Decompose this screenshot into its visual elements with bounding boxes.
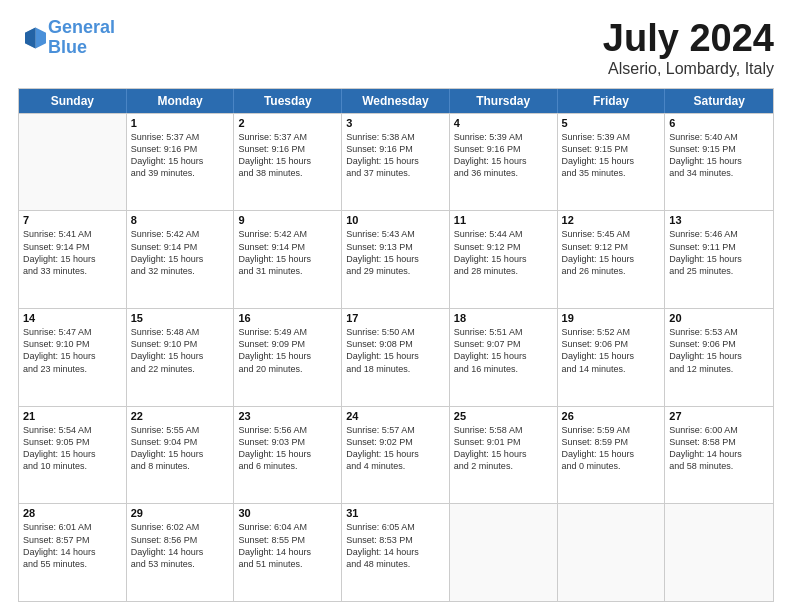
day-number: 7 bbox=[23, 214, 122, 226]
day-number: 5 bbox=[562, 117, 661, 129]
calendar-week-4: 21Sunrise: 5:54 AM Sunset: 9:05 PM Dayli… bbox=[19, 406, 773, 504]
weekday-header-sunday: Sunday bbox=[19, 89, 127, 113]
day-number: 31 bbox=[346, 507, 445, 519]
day-info: Sunrise: 5:39 AM Sunset: 9:16 PM Dayligh… bbox=[454, 131, 553, 180]
calendar-week-3: 14Sunrise: 5:47 AM Sunset: 9:10 PM Dayli… bbox=[19, 308, 773, 406]
logo: General Blue bbox=[18, 18, 115, 58]
calendar-cell: 9Sunrise: 5:42 AM Sunset: 9:14 PM Daylig… bbox=[234, 211, 342, 308]
day-number: 16 bbox=[238, 312, 337, 324]
day-number: 20 bbox=[669, 312, 769, 324]
day-number: 27 bbox=[669, 410, 769, 422]
day-info: Sunrise: 5:49 AM Sunset: 9:09 PM Dayligh… bbox=[238, 326, 337, 375]
calendar-cell: 11Sunrise: 5:44 AM Sunset: 9:12 PM Dayli… bbox=[450, 211, 558, 308]
calendar-cell: 2Sunrise: 5:37 AM Sunset: 9:16 PM Daylig… bbox=[234, 114, 342, 211]
day-info: Sunrise: 5:55 AM Sunset: 9:04 PM Dayligh… bbox=[131, 424, 230, 473]
day-info: Sunrise: 5:51 AM Sunset: 9:07 PM Dayligh… bbox=[454, 326, 553, 375]
day-info: Sunrise: 5:50 AM Sunset: 9:08 PM Dayligh… bbox=[346, 326, 445, 375]
calendar-cell: 27Sunrise: 6:00 AM Sunset: 8:58 PM Dayli… bbox=[665, 407, 773, 504]
calendar-cell: 19Sunrise: 5:52 AM Sunset: 9:06 PM Dayli… bbox=[558, 309, 666, 406]
calendar-cell: 30Sunrise: 6:04 AM Sunset: 8:55 PM Dayli… bbox=[234, 504, 342, 601]
calendar-cell: 10Sunrise: 5:43 AM Sunset: 9:13 PM Dayli… bbox=[342, 211, 450, 308]
day-info: Sunrise: 5:37 AM Sunset: 9:16 PM Dayligh… bbox=[131, 131, 230, 180]
day-number: 18 bbox=[454, 312, 553, 324]
calendar-cell: 6Sunrise: 5:40 AM Sunset: 9:15 PM Daylig… bbox=[665, 114, 773, 211]
day-info: Sunrise: 5:42 AM Sunset: 9:14 PM Dayligh… bbox=[131, 228, 230, 277]
calendar-cell: 31Sunrise: 6:05 AM Sunset: 8:53 PM Dayli… bbox=[342, 504, 450, 601]
calendar-cell: 14Sunrise: 5:47 AM Sunset: 9:10 PM Dayli… bbox=[19, 309, 127, 406]
calendar-cell: 13Sunrise: 5:46 AM Sunset: 9:11 PM Dayli… bbox=[665, 211, 773, 308]
calendar: SundayMondayTuesdayWednesdayThursdayFrid… bbox=[18, 88, 774, 602]
day-info: Sunrise: 5:58 AM Sunset: 9:01 PM Dayligh… bbox=[454, 424, 553, 473]
weekday-header-saturday: Saturday bbox=[665, 89, 773, 113]
day-number: 13 bbox=[669, 214, 769, 226]
weekday-header-wednesday: Wednesday bbox=[342, 89, 450, 113]
calendar-body: 1Sunrise: 5:37 AM Sunset: 9:16 PM Daylig… bbox=[19, 113, 773, 601]
day-number: 1 bbox=[131, 117, 230, 129]
day-info: Sunrise: 6:05 AM Sunset: 8:53 PM Dayligh… bbox=[346, 521, 445, 570]
day-info: Sunrise: 5:54 AM Sunset: 9:05 PM Dayligh… bbox=[23, 424, 122, 473]
calendar-cell: 22Sunrise: 5:55 AM Sunset: 9:04 PM Dayli… bbox=[127, 407, 235, 504]
weekday-header-monday: Monday bbox=[127, 89, 235, 113]
day-number: 12 bbox=[562, 214, 661, 226]
day-number: 15 bbox=[131, 312, 230, 324]
day-number: 6 bbox=[669, 117, 769, 129]
day-number: 10 bbox=[346, 214, 445, 226]
day-number: 29 bbox=[131, 507, 230, 519]
day-info: Sunrise: 6:00 AM Sunset: 8:58 PM Dayligh… bbox=[669, 424, 769, 473]
calendar-cell: 23Sunrise: 5:56 AM Sunset: 9:03 PM Dayli… bbox=[234, 407, 342, 504]
day-number: 14 bbox=[23, 312, 122, 324]
day-number: 2 bbox=[238, 117, 337, 129]
day-info: Sunrise: 5:56 AM Sunset: 9:03 PM Dayligh… bbox=[238, 424, 337, 473]
calendar-cell: 17Sunrise: 5:50 AM Sunset: 9:08 PM Dayli… bbox=[342, 309, 450, 406]
page-title: July 2024 bbox=[603, 18, 774, 60]
day-number: 4 bbox=[454, 117, 553, 129]
day-info: Sunrise: 5:46 AM Sunset: 9:11 PM Dayligh… bbox=[669, 228, 769, 277]
page: General Blue July 2024 Alserio, Lombardy… bbox=[0, 0, 792, 612]
logo-icon bbox=[18, 24, 46, 52]
title-block: July 2024 Alserio, Lombardy, Italy bbox=[603, 18, 774, 78]
day-info: Sunrise: 5:41 AM Sunset: 9:14 PM Dayligh… bbox=[23, 228, 122, 277]
calendar-cell: 18Sunrise: 5:51 AM Sunset: 9:07 PM Dayli… bbox=[450, 309, 558, 406]
day-info: Sunrise: 5:39 AM Sunset: 9:15 PM Dayligh… bbox=[562, 131, 661, 180]
day-number: 26 bbox=[562, 410, 661, 422]
day-info: Sunrise: 6:02 AM Sunset: 8:56 PM Dayligh… bbox=[131, 521, 230, 570]
day-info: Sunrise: 5:37 AM Sunset: 9:16 PM Dayligh… bbox=[238, 131, 337, 180]
day-number: 21 bbox=[23, 410, 122, 422]
calendar-week-1: 1Sunrise: 5:37 AM Sunset: 9:16 PM Daylig… bbox=[19, 113, 773, 211]
calendar-cell: 4Sunrise: 5:39 AM Sunset: 9:16 PM Daylig… bbox=[450, 114, 558, 211]
day-number: 17 bbox=[346, 312, 445, 324]
calendar-cell: 25Sunrise: 5:58 AM Sunset: 9:01 PM Dayli… bbox=[450, 407, 558, 504]
day-info: Sunrise: 6:01 AM Sunset: 8:57 PM Dayligh… bbox=[23, 521, 122, 570]
day-info: Sunrise: 5:42 AM Sunset: 9:14 PM Dayligh… bbox=[238, 228, 337, 277]
calendar-cell: 12Sunrise: 5:45 AM Sunset: 9:12 PM Dayli… bbox=[558, 211, 666, 308]
day-info: Sunrise: 5:59 AM Sunset: 8:59 PM Dayligh… bbox=[562, 424, 661, 473]
calendar-cell: 15Sunrise: 5:48 AM Sunset: 9:10 PM Dayli… bbox=[127, 309, 235, 406]
day-number: 30 bbox=[238, 507, 337, 519]
day-info: Sunrise: 5:47 AM Sunset: 9:10 PM Dayligh… bbox=[23, 326, 122, 375]
calendar-cell: 21Sunrise: 5:54 AM Sunset: 9:05 PM Dayli… bbox=[19, 407, 127, 504]
day-number: 28 bbox=[23, 507, 122, 519]
day-info: Sunrise: 5:48 AM Sunset: 9:10 PM Dayligh… bbox=[131, 326, 230, 375]
calendar-cell: 20Sunrise: 5:53 AM Sunset: 9:06 PM Dayli… bbox=[665, 309, 773, 406]
page-subtitle: Alserio, Lombardy, Italy bbox=[603, 60, 774, 78]
calendar-cell: 24Sunrise: 5:57 AM Sunset: 9:02 PM Dayli… bbox=[342, 407, 450, 504]
day-number: 3 bbox=[346, 117, 445, 129]
calendar-cell: 26Sunrise: 5:59 AM Sunset: 8:59 PM Dayli… bbox=[558, 407, 666, 504]
day-number: 8 bbox=[131, 214, 230, 226]
calendar-header: SundayMondayTuesdayWednesdayThursdayFrid… bbox=[19, 89, 773, 113]
day-number: 19 bbox=[562, 312, 661, 324]
weekday-header-tuesday: Tuesday bbox=[234, 89, 342, 113]
day-number: 24 bbox=[346, 410, 445, 422]
weekday-header-friday: Friday bbox=[558, 89, 666, 113]
day-info: Sunrise: 6:04 AM Sunset: 8:55 PM Dayligh… bbox=[238, 521, 337, 570]
header: General Blue July 2024 Alserio, Lombardy… bbox=[18, 18, 774, 78]
day-number: 25 bbox=[454, 410, 553, 422]
calendar-week-5: 28Sunrise: 6:01 AM Sunset: 8:57 PM Dayli… bbox=[19, 503, 773, 601]
svg-marker-2 bbox=[25, 27, 36, 48]
logo-text: General Blue bbox=[48, 18, 115, 58]
day-number: 9 bbox=[238, 214, 337, 226]
svg-marker-0 bbox=[36, 27, 47, 48]
day-info: Sunrise: 5:38 AM Sunset: 9:16 PM Dayligh… bbox=[346, 131, 445, 180]
day-info: Sunrise: 5:43 AM Sunset: 9:13 PM Dayligh… bbox=[346, 228, 445, 277]
calendar-week-2: 7Sunrise: 5:41 AM Sunset: 9:14 PM Daylig… bbox=[19, 210, 773, 308]
